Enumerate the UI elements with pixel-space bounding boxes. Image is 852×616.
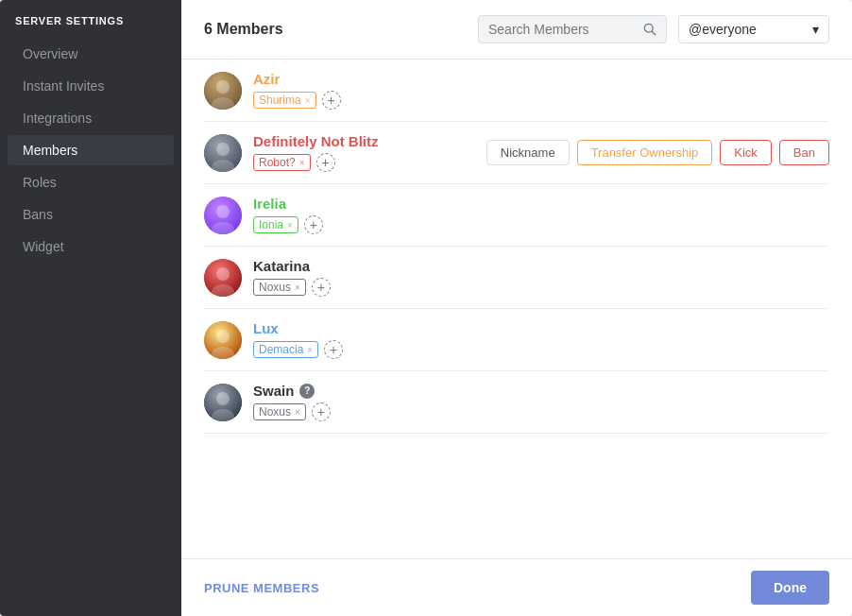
svg-line-1 [652, 31, 656, 35]
sidebar-title: SERVER SETTINGS [0, 15, 181, 38]
role-tag: Noxus× [253, 279, 306, 296]
role-tag: Demacia× [253, 341, 318, 358]
role-tag: Ionia× [253, 216, 298, 233]
member-info-blitz: Definitely Not BlitzRobot?×+ [253, 133, 475, 172]
add-role-button[interactable]: + [312, 278, 331, 297]
svg-point-18 [216, 392, 230, 405]
sidebar-item-bans[interactable]: Bans [8, 199, 174, 230]
member-actions-blitz: NicknameTransfer OwnershipKickBan [486, 140, 829, 165]
main-header: 6 Members @everyone ▾ [181, 0, 852, 60]
role-tag: Noxus× [253, 403, 306, 420]
sidebar: SERVER SETTINGS OverviewInstant InvitesI… [0, 0, 181, 616]
sidebar-item-widget[interactable]: Widget [8, 231, 174, 262]
avatar-katarina [204, 259, 242, 297]
add-role-button[interactable]: + [324, 340, 343, 359]
tag-remove-button[interactable]: × [305, 95, 311, 106]
svg-point-12 [216, 267, 230, 281]
member-info-lux: LuxDemacia×+ [253, 320, 829, 359]
avatar-azir [204, 72, 242, 110]
add-role-button[interactable]: + [312, 402, 331, 421]
tag-label: Ionia [259, 218, 283, 231]
member-tags-swain: Noxus×+ [253, 402, 829, 421]
member-tags-azir: Shurima×+ [253, 91, 829, 110]
member-name-lux: Lux [253, 320, 829, 336]
svg-point-3 [216, 80, 230, 94]
avatar-swain [204, 384, 242, 421]
tag-label: Noxus [259, 281, 291, 294]
member-row[interactable]: LuxDemacia×+NicknameTransfer OwnershipKi… [204, 309, 829, 371]
search-input[interactable] [488, 22, 638, 37]
question-icon[interactable]: ? [299, 384, 315, 399]
member-name-irelia: Irelia [253, 196, 829, 212]
svg-point-6 [216, 143, 230, 156]
member-row[interactable]: AzirShurima×+NicknameTransfer OwnershipK… [204, 60, 829, 122]
member-row[interactable]: IreliaIonia×+NicknameTransfer OwnershipK… [204, 184, 829, 247]
sidebar-item-members[interactable]: Members [8, 135, 174, 165]
sidebar-item-roles[interactable]: Roles [8, 167, 174, 197]
member-row[interactable]: Definitely Not BlitzRobot?×+NicknameTran… [204, 122, 829, 184]
tag-label: Robot? [259, 156, 296, 169]
add-role-button[interactable]: + [316, 153, 335, 172]
member-info-swain: Swain?Noxus×+ [253, 383, 829, 421]
main-panel: 6 Members @everyone ▾ AzirShurima×+Nickn… [181, 0, 852, 616]
transfer-button[interactable]: Transfer Ownership [577, 140, 713, 165]
app-window: SERVER SETTINGS OverviewInstant InvitesI… [0, 0, 852, 616]
member-tags-blitz: Robot?×+ [253, 153, 475, 172]
member-tags-lux: Demacia×+ [253, 340, 829, 359]
avatar-lux [204, 321, 242, 359]
member-name-swain: Swain? [253, 383, 829, 399]
role-tag: Robot?× [253, 154, 311, 171]
svg-point-15 [216, 330, 230, 343]
search-box [478, 15, 667, 43]
members-list: AzirShurima×+NicknameTransfer OwnershipK… [181, 60, 852, 558]
add-role-button[interactable]: + [322, 91, 341, 110]
role-tag: Shurima× [253, 92, 316, 109]
kick-button[interactable]: Kick [720, 140, 772, 165]
member-info-azir: AzirShurima×+ [253, 71, 829, 110]
tag-label: Demacia [259, 343, 303, 356]
chevron-down-icon: ▾ [812, 22, 819, 37]
sidebar-item-integrations[interactable]: Integrations [8, 103, 174, 133]
member-name-azir: Azir [253, 71, 829, 87]
tag-remove-button[interactable]: × [307, 345, 313, 355]
tag-remove-button[interactable]: × [287, 220, 293, 231]
avatar-irelia [204, 197, 242, 234]
nickname-button[interactable]: Nickname [486, 140, 570, 165]
member-info-irelia: IreliaIonia×+ [253, 196, 829, 234]
avatar-blitz [204, 134, 242, 172]
sidebar-item-instant-invites[interactable]: Instant Invites [8, 71, 174, 101]
sidebar-item-overview[interactable]: Overview [8, 39, 174, 69]
members-count: 6 Members [204, 21, 467, 38]
member-info-katarina: KatarinaNoxus×+ [253, 258, 829, 297]
member-row[interactable]: KatarinaNoxus×+NicknameTransfer Ownershi… [204, 247, 829, 309]
member-name-blitz: Definitely Not Blitz [253, 133, 475, 149]
member-tags-irelia: Ionia×+ [253, 215, 829, 234]
search-icon [643, 23, 656, 36]
tag-label: Noxus [259, 405, 291, 419]
role-dropdown-value: @everyone [689, 22, 757, 37]
main-footer: PRUNE MEMBERS Done [181, 558, 852, 616]
tag-remove-button[interactable]: × [295, 282, 300, 293]
done-button[interactable]: Done [751, 571, 829, 605]
role-dropdown[interactable]: @everyone ▾ [678, 15, 829, 43]
tag-label: Shurima [259, 94, 301, 107]
tag-remove-button[interactable]: × [295, 407, 300, 418]
member-tags-katarina: Noxus×+ [253, 278, 829, 297]
add-role-button[interactable]: + [304, 215, 323, 234]
member-row[interactable]: Swain?Noxus×+NicknameTransfer OwnershipK… [204, 371, 829, 434]
tag-remove-button[interactable]: × [299, 158, 305, 168]
member-name-katarina: Katarina [253, 258, 829, 274]
svg-point-9 [216, 205, 230, 218]
ban-button[interactable]: Ban [779, 140, 829, 165]
prune-members-button[interactable]: PRUNE MEMBERS [204, 581, 319, 595]
